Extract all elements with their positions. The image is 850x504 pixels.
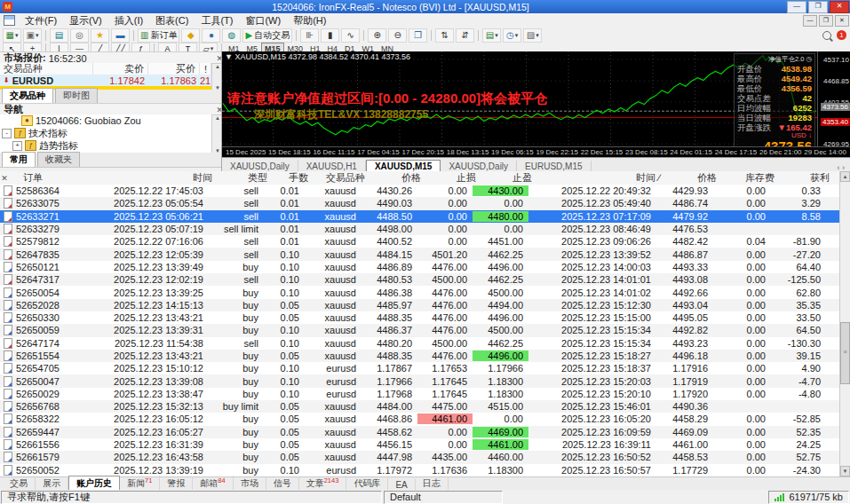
chart-window[interactable]: ▼ XAUUSD,M15 4372.98 4384.52 4370.41 437… [222, 51, 850, 171]
menu-插入(I)[interactable]: 插入(I) [108, 13, 149, 28]
order-row[interactable]: 526471742025.12.23 11:54:38sell0.10xauus… [0, 337, 839, 350]
order-row[interactable]: 526520282025.12.23 14:15:13buy0.05xauusd… [0, 299, 839, 311]
order-row[interactable]: 526500292025.12.23 13:38:47buy0.10eurusd… [0, 388, 839, 400]
price-axis[interactable]: 4537.104468.854402.554336.254269.954373.… [817, 51, 850, 146]
terminal-tab-代码库[interactable]: 代码库 [346, 476, 388, 491]
search-icon[interactable] [822, 31, 831, 40]
community-button[interactable]: ● [202, 28, 220, 43]
order-row[interactable]: 526615792025.12.23 16:43:58buy0.05xauusd… [0, 451, 839, 463]
new-chart-button[interactable]: ▦▾ [3, 28, 21, 43]
order-row[interactable]: 526503302025.12.23 13:43:21buy0.05xauusd… [0, 311, 839, 324]
periods-button[interactable]: ◷▾ [503, 28, 521, 43]
navigator-item[interactable]: ●15204066: Guobiao Zou [0, 114, 211, 127]
terminal-tab-交易[interactable]: 交易 [3, 476, 36, 491]
zoom-out-button[interactable]: ⊖ [388, 28, 407, 43]
order-row[interactable]: 526594472025.12.23 16:05:27buy0.05xauusd… [0, 426, 839, 438]
arrange-down-button[interactable]: ⇵ [456, 28, 474, 43]
navigator-button[interactable]: ★ [91, 28, 109, 43]
market-watch-tab-交易品种[interactable]: 交易品种 [2, 88, 53, 103]
chevron-down-icon[interactable]: ▾ [36, 32, 39, 39]
scroll-down-icon[interactable]: ▼ [840, 466, 850, 476]
zoom-in-button[interactable]: ⊕ [368, 28, 386, 43]
templates-button[interactable]: ▨▾ [523, 28, 542, 43]
orders-col-7[interactable]: 止盈 [481, 171, 537, 185]
terminal-tab-日志[interactable]: 日志 [416, 476, 449, 491]
terminal-close-icon[interactable]: ✕ [0, 174, 9, 183]
bar-chart-button[interactable]: ⊪ [300, 28, 319, 43]
order-row[interactable]: 526473172025.12.23 12:02:19sell0.10xauus… [0, 273, 839, 286]
chart-window-icon[interactable] [4, 15, 15, 26]
scroll-thumb[interactable]: ≡ [840, 322, 850, 384]
menu-窗口(W)[interactable]: 窗口(W) [239, 13, 287, 28]
orders-scrollbar[interactable]: ▲ ≡ ▼ [839, 171, 850, 476]
child-close-button[interactable]: ✕ [835, 15, 849, 27]
indicators-button[interactable]: ▤▾ [482, 28, 501, 43]
orders-col-8[interactable]: 时间 ∕ [537, 171, 665, 185]
menu-文件(F)[interactable]: 文件(F) [19, 13, 63, 28]
order-row[interactable]: 526501212025.12.23 13:39:49buy0.10xauusd… [0, 261, 839, 273]
tile-windows-button[interactable]: ❒ [409, 28, 427, 43]
line-chart-button[interactable]: ∿ [341, 28, 360, 43]
market-watch-row-eurusd[interactable]: ⬇EURUSD1.178421.1786321 [0, 75, 211, 86]
navigator-tab-常用[interactable]: 常用 [2, 152, 36, 167]
terminal-tab-市场[interactable]: 市场 [234, 476, 266, 491]
mw-column-1[interactable]: 卖价 [93, 63, 148, 75]
time-axis[interactable]: 15 Dec 202515 Dec 18:1516 Dec 11:1517 De… [222, 146, 850, 157]
expander-icon[interactable]: - [2, 129, 12, 138]
order-row[interactable]: 526547052025.12.23 15:10:12buy0.10eurusd… [0, 362, 839, 374]
profiles-button[interactable]: ▣▾ [23, 28, 42, 43]
child-minimize-button[interactable]: — [803, 15, 817, 27]
navigator-item[interactable]: -ƒ技术指标 [0, 127, 211, 139]
mw-column-3[interactable]: ! [200, 63, 211, 75]
market-watch-button[interactable]: ▤ [50, 28, 68, 43]
arrange-up-button[interactable]: ⇅ [435, 28, 454, 43]
orders-col-2[interactable]: 类型 [218, 171, 273, 185]
status-profile[interactable]: Default [384, 491, 503, 504]
navigator-tab-收藏夹[interactable]: 收藏夹 [37, 152, 80, 167]
order-row[interactable]: 526515542025.12.23 13:43:21buy0.05xauusd… [0, 350, 839, 362]
menu-图表(C)[interactable]: 图表(C) [149, 13, 195, 28]
market-watch-tab-即时图[interactable]: 即时图 [55, 88, 98, 103]
orders-col-10[interactable]: 库存费 [722, 171, 780, 185]
order-row[interactable]: 525798122025.12.22 07:16:06sell0.01xauus… [0, 235, 839, 248]
terminal-tab-信号[interactable]: 信号 [266, 476, 299, 491]
mw-column-0[interactable]: 交易品种 [0, 63, 93, 75]
order-row[interactable]: 526332792025.12.23 05:07:19sell limit0.0… [0, 223, 839, 235]
orders-col-9[interactable]: 价格 [665, 171, 722, 185]
order-row[interactable]: 526330752025.12.23 05:05:54sell0.01xauus… [0, 197, 839, 209]
mw-column-2[interactable]: 买价 [148, 63, 200, 75]
orders-col-3[interactable]: 手数 [273, 171, 314, 185]
order-row[interactable]: 526500542025.12.23 13:39:25buy0.10xauusd… [0, 286, 839, 298]
terminal-tab-账户历史[interactable]: 账户历史 [68, 476, 120, 491]
candlestick-button[interactable]: ▮ [321, 28, 339, 43]
metaeditor-button[interactable]: ◆ [181, 28, 200, 43]
autotrading-button[interactable]: ▶自动交易 [242, 28, 292, 43]
scroll-up-icon[interactable]: ▲ [840, 171, 850, 182]
notification-badge[interactable]: 1 [837, 30, 846, 40]
chart-plot-area[interactable]: ▼ XAUUSD,M15 4372.98 4384.52 4370.41 437… [222, 51, 817, 146]
orders-col-0[interactable]: 订单 [9, 171, 93, 185]
chevron-down-icon[interactable]: ▾ [536, 32, 539, 39]
navigator-item[interactable]: +ƒ趋势指标 [0, 139, 211, 152]
close-button[interactable]: ✕ [830, 1, 849, 13]
order-row[interactable]: 526583222025.12.23 16:05:12buy0.05xauusd… [0, 413, 839, 425]
orders-col-4[interactable]: 交易品种 [314, 171, 370, 185]
chevron-down-icon[interactable]: ▾ [515, 32, 519, 39]
order-row[interactable]: 525863642025.12.22 17:45:03sell0.01xauus… [0, 185, 839, 197]
terminal-tab-展示[interactable]: 展示 [36, 476, 68, 491]
menu-工具(T)[interactable]: 工具(T) [195, 13, 239, 28]
terminal-tab-新闻[interactable]: 新闻71 [120, 476, 160, 491]
minimize-button[interactable]: — [787, 1, 806, 13]
terminal-tab-警报[interactable]: 警报 [160, 476, 193, 491]
chevron-down-icon[interactable]: ▾ [495, 32, 498, 39]
terminal-tab-邮箱[interactable]: 邮箱84 [193, 476, 233, 491]
mql5-button[interactable]: ◍ [222, 28, 241, 43]
chevron-down-icon[interactable]: ▾ [15, 32, 19, 39]
order-row[interactable]: 526615562025.12.23 16:31:39buy0.05xauusd… [0, 438, 839, 451]
order-row[interactable]: 526500522025.12.23 13:39:19buy0.10eurusd… [0, 464, 839, 476]
order-row[interactable]: 526478352025.12.23 12:05:39sell0.10xauus… [0, 248, 839, 260]
orders-col-5[interactable]: 价格 [370, 171, 426, 185]
terminal-tab-文章[interactable]: 文章2143 [299, 476, 347, 491]
data-window-button[interactable]: ◎ [70, 28, 89, 43]
chart-tab-2[interactable]: XAUUSD,M15 [366, 160, 441, 172]
